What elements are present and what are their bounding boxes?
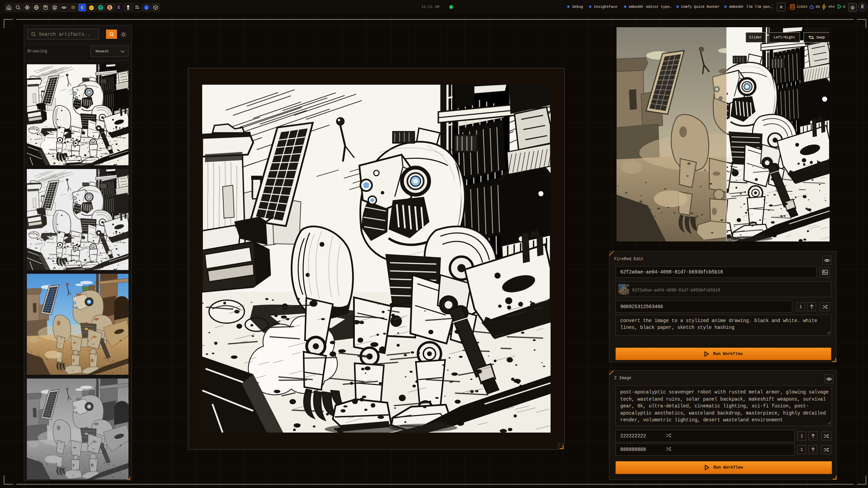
svg-text:C: C (145, 6, 147, 10)
